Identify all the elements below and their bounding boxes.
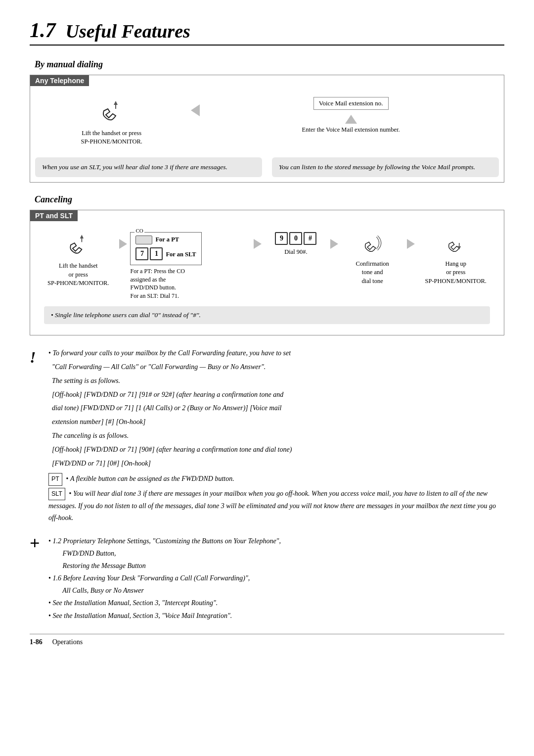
handset-icon-2 (66, 232, 90, 260)
note-2: You can listen to the stored message by … (272, 157, 499, 177)
footer-label: Operations (52, 638, 83, 646)
key-hash: # (304, 232, 316, 245)
arrow-1 (188, 97, 203, 115)
manual-dialing-heading: By manual dialing (35, 59, 504, 70)
voicemail-box: Voice Mail extension no. (313, 97, 389, 110)
cancel-step-2: CO For a PT 7 1 For an SLT (130, 232, 254, 300)
canceling-note: • Single line telephone users can dial "… (44, 306, 490, 324)
important-section: ! • To forward your calls to your mailbo… (30, 347, 504, 525)
step-2: Voice Mail extension no. Enter the Voice… (208, 97, 494, 135)
arrow-c1 (119, 232, 130, 249)
hangup-icon (445, 232, 467, 258)
section-title: Useful Features (66, 22, 190, 41)
plus-item-1: 1.2 Proprietary Telephone Settings, "Cus… (48, 535, 504, 547)
page-footer: 1-86 Operations (30, 634, 504, 646)
key-0: 0 (289, 232, 302, 245)
note-1: When you use an SLT, you will hear dial … (35, 157, 262, 177)
cancel-step-3: 9 0 # Dial 90#. (262, 232, 330, 257)
cancel-step-3-label: Dial 90#. (284, 248, 308, 257)
manual-dialing-box: Any Telephone Lift the handset or pressS… (30, 75, 504, 183)
canceling-content: Lift the handsetor pressSP-PHONE/MONITOR… (30, 210, 504, 335)
plus-item-4: See the Installation Manual, Section 3, … (48, 610, 504, 622)
important-marker: ! (30, 348, 42, 525)
step-1: Lift the handset or pressSP-PHONE/MONITO… (40, 97, 183, 146)
phone-ring-icon (361, 232, 383, 258)
section-number: 1.7 (30, 20, 56, 41)
steps-row: Lift the handsetor pressSP-PHONE/MONITOR… (37, 232, 497, 300)
key-9: 9 (275, 232, 288, 245)
canceling-box: PT and SLT Lift the handsetor pressSP-PH… (30, 210, 504, 335)
for-pt-label: For a PT (155, 236, 179, 243)
cancel-step-5-label: Hang upor pressSP-PHONE/MONITOR. (425, 260, 487, 286)
arrow-c2 (254, 232, 262, 249)
plus-content: 1.2 Proprietary Telephone Settings, "Cus… (48, 535, 504, 622)
canceling-heading: Canceling (35, 194, 504, 205)
dial-keys: 9 0 # (275, 232, 316, 245)
cancel-step-4-label: Confirmationtone anddial tone (356, 260, 389, 286)
cancel-step-2-label: For a PT: Press the COassigned as theFWD… (130, 267, 184, 300)
plus-item-2a: All Calls, Busy or No Answer (48, 584, 504, 597)
plus-item-3: See the Installation Manual, Section 3, … (48, 597, 504, 609)
cancel-step-5: Hang upor pressSP-PHONE/MONITOR. (415, 232, 497, 286)
manual-dialing-content: Lift the handset or pressSP-PHONE/MONITO… (30, 75, 504, 155)
co-label: CO (134, 228, 144, 234)
plus-item-1b: Restoring the Message Button (48, 560, 504, 572)
plus-item-1a: FWD/DND Button, (48, 547, 504, 560)
manual-dialing-notes: When you use an SLT, you will hear dial … (30, 157, 504, 182)
arrow-c4 (407, 232, 415, 249)
svg-marker-0 (114, 101, 118, 105)
cancel-step-1: Lift the handsetor pressSP-PHONE/MONITOR… (37, 232, 119, 288)
plus-item-2: 1.6 Before Leaving Your Desk "Forwarding… (48, 572, 504, 584)
step-1-label: Lift the handset or pressSP-PHONE/MONITO… (81, 129, 142, 146)
slt-tag: SLT (48, 488, 65, 500)
step-2-label: Enter the Voice Mail extension number. (302, 126, 400, 135)
plus-list: 1.2 Proprietary Telephone Settings, "Cus… (48, 535, 504, 622)
handset-icon (99, 97, 125, 127)
important-content: • To forward your calls to your mailbox … (48, 347, 504, 525)
cancel-step-4: Confirmationtone anddial tone (338, 232, 407, 286)
page-header: 1.7 Useful Features (30, 20, 504, 46)
key-7: 7 (135, 247, 148, 260)
cancel-step-1-label: Lift the handsetor pressSP-PHONE/MONITOR… (47, 262, 109, 288)
svg-marker-2 (80, 235, 84, 238)
plus-marker: + (30, 533, 42, 622)
pt-tag: PT (48, 473, 62, 485)
key-1: 1 (150, 247, 163, 260)
canceling-label: PT and SLT (30, 210, 78, 221)
arrow-c3 (330, 232, 338, 249)
page-number: 1-86 (30, 638, 43, 646)
manual-dialing-label: Any Telephone (30, 75, 89, 86)
plus-section: + 1.2 Proprietary Telephone Settings, "C… (30, 535, 504, 622)
for-slt-label: For an SLT (166, 251, 196, 258)
